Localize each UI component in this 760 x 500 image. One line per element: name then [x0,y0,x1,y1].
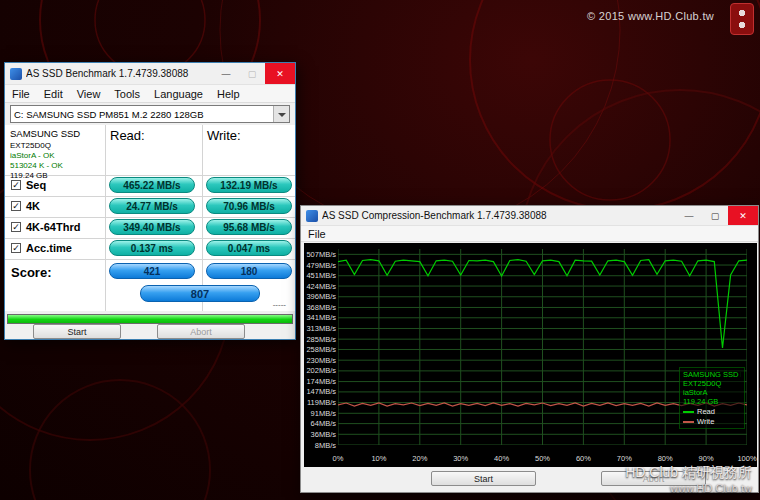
menu-language[interactable]: Language [147,88,210,100]
maximize-icon: ▢ [239,63,265,84]
legend-driver: iaStorA [683,388,741,397]
seq-read-value: 465.22 MB/s [109,177,195,193]
dropdown-arrow-icon[interactable] [273,106,289,122]
read-score: 421 [109,263,195,279]
y-axis-label: 202MB/s [306,366,336,375]
y-axis-label: 424MB/s [306,282,336,291]
results-panel: SAMSUNG SSD EXT25D0Q iaStorA - OK 513024… [5,125,295,311]
menu-view[interactable]: View [70,88,108,100]
drive-select[interactable]: C: SAMSUNG SSD PM851 M.2 2280 128GB [10,105,290,123]
acctime-checkbox[interactable]: ✓ [11,243,21,253]
legend-model: SAMSUNG SSD P [683,370,741,379]
total-score: 807 [140,285,260,302]
progress-fill [8,315,292,323]
y-axis-label: 396MB/s [306,292,336,301]
minimize-icon[interactable]: — [213,63,239,84]
hdclub-logo-icon [730,3,754,35]
benchmark-titlebar[interactable]: AS SSD Benchmark 1.7.4739.38088 — ▢ ✕ [5,63,295,85]
top-watermark: © 2015 www.HD.Club.tw [587,10,714,22]
menu-help[interactable]: Help [210,88,247,100]
y-axis-label: 258MB/s [306,345,336,354]
x-axis-label: 80% [658,454,673,463]
check-icon: ✓ [12,201,20,211]
menu-edit[interactable]: Edit [37,88,70,100]
4k-write-value: 70.96 MB/s [206,198,292,214]
bottom-watermark: HD.Club 精研視務所 www.HD.Club.tw [625,464,752,494]
write-header: Write: [207,128,241,143]
y-axis-label: 147MB/s [306,387,336,396]
x-axis-label: 60% [576,454,591,463]
y-axis-label: 64MB/s [311,419,336,428]
4k64-read-value: 349.40 MB/s [109,219,195,235]
4k-read-value: 24.77 MB/s [109,198,195,214]
compression-window: AS SSD Compression-Benchmark 1.7.4739.38… [300,205,759,493]
y-axis-labels: 8MB/s36MB/s64MB/s91MB/s119MB/s147MB/s174… [304,243,337,467]
write-series-swatch [683,421,694,423]
close-icon[interactable]: ✕ [728,206,758,225]
legend-firmware: EXT25D0Q [683,379,741,388]
maximize-icon[interactable]: ▢ [702,206,728,225]
compression-menubar: File [301,226,758,242]
x-axis-label: 30% [453,454,468,463]
read-series-swatch [683,411,694,413]
x-axis-label: 90% [699,454,714,463]
minimize-icon[interactable]: — [676,206,702,225]
y-axis-label: 36MB/s [311,430,336,439]
watermark-title: HD.Club 精研視務所 [625,464,752,482]
x-axis-label: 10% [371,454,386,463]
legend-write-entry: Write [683,417,741,426]
time-remaining: ----- [273,300,286,309]
start-button[interactable]: Start [431,471,536,486]
legend-read-entry: Read [683,407,741,416]
x-axis-label: 50% [535,454,550,463]
drive-firmware: EXT25D0Q [10,141,102,151]
x-axis-label: 40% [494,454,509,463]
seq-checkbox[interactable]: ✓ [11,180,21,190]
drive-alignment-status: 513024 K - OK [10,161,102,171]
row-4k64thrd: ✓ 4K-64Thrd 349.40 MB/s 95.68 MB/s [5,217,295,238]
y-axis-label: 119MB/s [307,398,336,407]
x-axis-label: 100% [737,454,756,463]
menu-file[interactable]: File [301,228,333,240]
4k-checkbox[interactable]: ✓ [11,201,21,211]
seq-write-value: 132.19 MB/s [206,177,292,193]
4k-label: 4K [26,200,40,212]
compression-chart: 8MB/s36MB/s64MB/s91MB/s119MB/s147MB/s174… [304,243,757,467]
menu-tools[interactable]: Tools [107,88,147,100]
y-axis-label: 230MB/s [306,356,336,365]
progress-bar [7,314,293,324]
row-divider [5,259,295,260]
legend-capacity: 119.24 GB [683,397,741,406]
copyright-text: © 2015 www.HD.Club.tw [587,10,714,22]
benchmark-menubar: File Edit View Tools Language Help [5,85,295,103]
compression-titlebar[interactable]: AS SSD Compression-Benchmark 1.7.4739.38… [301,206,758,226]
compression-window-title: AS SSD Compression-Benchmark 1.7.4739.38… [322,210,676,221]
row-acctime: ✓ Acc.time 0.137 ms 0.047 ms [5,238,295,259]
start-button[interactable]: Start [33,324,121,339]
x-axis-label: 70% [617,454,632,463]
benchmark-window: AS SSD Benchmark 1.7.4739.38088 — ▢ ✕ Fi… [4,62,296,340]
write-series-label: Write [697,417,714,426]
4k64-label: 4K-64Thrd [26,221,80,233]
close-icon[interactable]: ✕ [265,63,295,84]
row-seq: ✓ Seq 465.22 MB/s 132.19 MB/s [5,175,295,196]
read-series-label: Read [697,407,715,416]
4k64-checkbox[interactable]: ✓ [11,222,21,232]
menu-file[interactable]: File [5,88,37,100]
row-4k: ✓ 4K 24.77 MB/s 70.96 MB/s [5,196,295,217]
x-axis-label: 20% [412,454,427,463]
acctime-read-value: 0.137 ms [109,240,195,256]
check-icon: ✓ [12,180,20,190]
watermark-url: www.HD.Club.tw [625,482,752,494]
y-axis-label: 451MB/s [306,271,336,280]
y-axis-label: 174MB/s [306,377,336,386]
drive-info: SAMSUNG SSD EXT25D0Q iaStorA - OK 513024… [10,128,102,181]
write-score: 180 [206,263,292,279]
chart-plot: SAMSUNG SSD P EXT25D0Q iaStorA 119.24 GB… [338,249,747,445]
acctime-label: Acc.time [26,242,72,254]
y-axis-label: 479MB/s [306,261,336,270]
chart-legend: SAMSUNG SSD P EXT25D0Q iaStorA 119.24 GB… [679,367,745,429]
benchmark-window-title: AS SSD Benchmark 1.7.4739.38088 [26,68,213,79]
benchmark-buttons: Start Abort [5,324,295,339]
4k64-write-value: 95.68 MB/s [206,219,292,235]
